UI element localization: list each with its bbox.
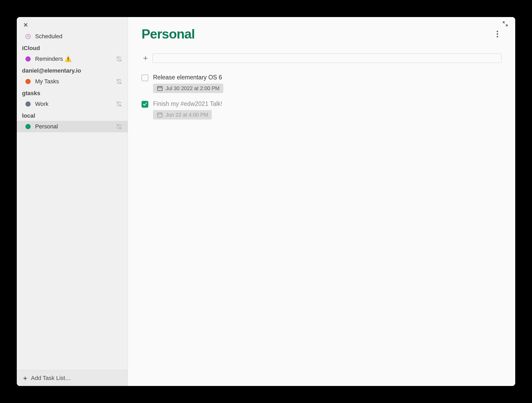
task-checkbox[interactable] — [142, 101, 148, 108]
list-color-icon — [25, 78, 31, 85]
close-icon — [24, 23, 28, 27]
tasks-list: Release elementary OS 6Jul 30 2022 at 2:… — [142, 72, 502, 125]
close-button[interactable] — [22, 21, 29, 29]
sidebar-item-my-tasks[interactable]: My Tasks — [17, 76, 128, 87]
sidebar-item-reminders[interactable]: Reminders ⚠️ — [17, 53, 128, 65]
calendar-icon — [157, 85, 163, 91]
task-title: Finish my #edw2021 Talk! — [153, 100, 502, 107]
sync-off-icon — [116, 123, 122, 130]
page-title: Personal — [142, 26, 195, 42]
sidebar-item-personal[interactable]: Personal — [17, 121, 128, 132]
app-window: Scheduled iCloudReminders ⚠️daniel@eleme… — [17, 17, 515, 386]
plus-icon: ＋ — [22, 374, 27, 382]
sidebar-item-label: My Tasks — [35, 78, 116, 85]
sync-off-icon — [116, 56, 122, 62]
list-color-icon — [25, 123, 31, 130]
maximize-button[interactable] — [503, 21, 510, 29]
svg-rect-4 — [158, 86, 162, 91]
task-date-text: Jul 30 2022 at 2:00 PM — [166, 85, 220, 91]
main-header: Personal — [142, 26, 502, 42]
section-header: iCloud — [17, 42, 128, 53]
sidebar-item-label: Reminders ⚠️ — [35, 56, 116, 62]
task-date-chip[interactable]: Jul 30 2022 at 2:00 PM — [153, 84, 223, 93]
clock-icon — [25, 33, 31, 40]
scheduled-label: Scheduled — [35, 33, 122, 40]
section-header: gtasks — [17, 87, 128, 98]
task-date-text: Jun 22 at 4:00 PM — [166, 112, 208, 118]
sidebar-item-work[interactable]: Work — [17, 98, 128, 110]
svg-rect-5 — [158, 113, 162, 117]
svg-point-2 — [497, 33, 498, 35]
add-task-list-label: Add Task List… — [31, 375, 71, 382]
maximize-icon — [503, 21, 508, 26]
section-header: local — [17, 110, 128, 121]
sidebar-item-label: Work — [35, 101, 116, 107]
task-item[interactable]: Release elementary OS 6Jul 30 2022 at 2:… — [142, 72, 502, 98]
task-date-chip[interactable]: Jun 22 at 4:00 PM — [153, 110, 212, 119]
task-checkbox[interactable] — [142, 74, 148, 81]
sync-off-icon — [116, 78, 122, 85]
sidebar: Scheduled iCloudReminders ⚠️daniel@eleme… — [17, 17, 128, 386]
task-title: Release elementary OS 6 — [153, 74, 502, 81]
section-header: daniel@elementary.io — [17, 65, 128, 76]
new-task-row: ＋ — [142, 53, 502, 63]
task-item[interactable]: Finish my #edw2021 Talk!Jun 22 at 4:00 P… — [142, 98, 502, 125]
task-content: Release elementary OS 6Jul 30 2022 at 2:… — [153, 74, 502, 93]
kebab-icon — [496, 30, 498, 38]
sidebar-item-label: Personal — [35, 123, 116, 130]
sync-off-icon — [116, 101, 122, 107]
main-panel: Personal ＋ Release elementary OS 6Jul 30… — [128, 17, 515, 386]
task-content: Finish my #edw2021 Talk!Jun 22 at 4:00 P… — [153, 100, 502, 119]
svg-point-3 — [497, 36, 498, 37]
plus-icon: ＋ — [142, 53, 148, 63]
list-color-icon — [25, 56, 31, 62]
more-menu-button[interactable] — [493, 29, 502, 40]
add-task-list-button[interactable]: ＋ Add Task List… — [17, 370, 128, 386]
svg-point-1 — [497, 31, 498, 32]
calendar-icon — [157, 112, 163, 118]
sidebar-item-scheduled[interactable]: Scheduled — [17, 31, 128, 42]
new-task-input[interactable] — [153, 53, 502, 63]
list-color-icon — [25, 101, 31, 107]
sidebar-content: Scheduled iCloudReminders ⚠️daniel@eleme… — [17, 17, 128, 370]
